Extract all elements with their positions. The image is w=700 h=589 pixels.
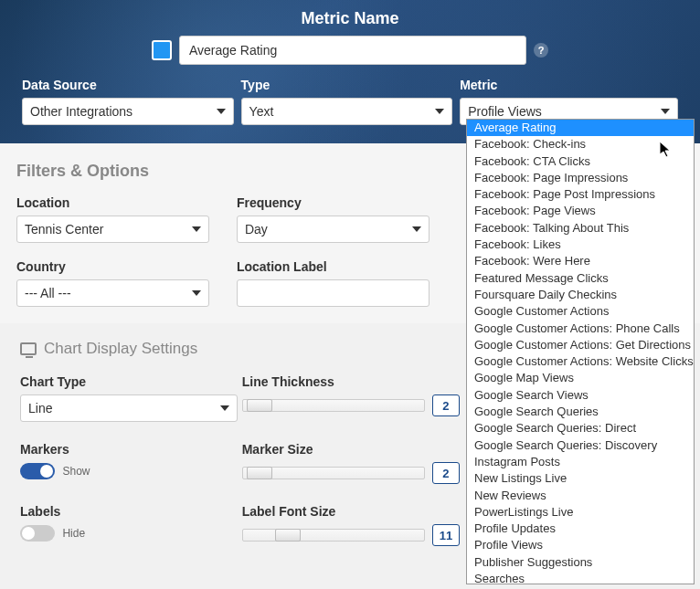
- chart-type-label: Chart Type: [20, 374, 238, 389]
- metric-option[interactable]: Instagram Posts: [467, 454, 694, 470]
- metric-option[interactable]: Google Search Queries: [467, 404, 694, 420]
- data-source-dropdown[interactable]: Other Integrations: [22, 98, 234, 125]
- frequency-label: Frequency: [237, 195, 430, 210]
- frequency-value: Day: [245, 222, 268, 237]
- marker-size-slider[interactable]: [242, 467, 425, 479]
- metric-option[interactable]: New Listings Live: [467, 470, 694, 487]
- label-font-size-slider[interactable]: [242, 529, 425, 542]
- metric-label: Metric: [460, 78, 678, 92]
- metric-option[interactable]: Foursquare Daily Checkins: [467, 287, 694, 303]
- metric-option[interactable]: Profile Updates: [467, 521, 694, 537]
- data-source-label: Data Source: [22, 78, 234, 92]
- metric-option[interactable]: Facebook: Page Impressions: [467, 170, 694, 186]
- country-label: Country: [16, 259, 209, 274]
- metric-option[interactable]: Average Rating: [467, 120, 694, 136]
- metric-option[interactable]: Facebook: Were Here: [467, 253, 694, 269]
- metric-value: Profile Views: [468, 104, 542, 119]
- labels-toggle-text: Hide: [62, 527, 85, 540]
- metric-dropdown-list[interactable]: Average RatingFacebook: Check-insFaceboo…: [466, 119, 695, 584]
- metric-option[interactable]: Google Customer Actions: [467, 303, 694, 320]
- metric-option[interactable]: Facebook: Likes: [467, 237, 694, 253]
- metric-option[interactable]: Facebook: Page Post Impressions: [467, 186, 694, 203]
- label-font-size-label: Label Font Size: [242, 504, 460, 519]
- chart-type-dropdown[interactable]: Line: [20, 394, 238, 422]
- metric-option[interactable]: Featured Message Clicks: [467, 270, 694, 287]
- chevron-down-icon: [192, 226, 201, 232]
- type-label: Type: [241, 78, 453, 92]
- metric-option[interactable]: Facebook: Page Views: [467, 203, 694, 219]
- slider-thumb[interactable]: [247, 467, 272, 479]
- labels-label: Labels: [20, 504, 238, 519]
- metric-option[interactable]: Google Search Queries: Direct: [467, 420, 694, 436]
- help-icon[interactable]: ?: [534, 43, 548, 58]
- country-dropdown[interactable]: --- All ---: [16, 279, 209, 307]
- color-swatch[interactable]: [152, 40, 172, 60]
- metric-option[interactable]: Publisher Suggestions: [467, 554, 694, 571]
- country-value: --- All ---: [25, 286, 71, 300]
- marker-size-value[interactable]: 2: [432, 462, 460, 484]
- line-thickness-value[interactable]: 2: [432, 394, 460, 416]
- slider-thumb[interactable]: [275, 529, 301, 542]
- slider-thumb[interactable]: [247, 399, 272, 412]
- data-source-value: Other Integrations: [30, 104, 133, 119]
- chevron-down-icon: [217, 109, 226, 114]
- metric-option[interactable]: Google Map Views: [467, 370, 694, 386]
- metric-option[interactable]: Searches: [467, 571, 694, 587]
- chevron-down-icon: [435, 109, 444, 114]
- metric-option[interactable]: Facebook: Talking About This: [467, 220, 694, 237]
- chart-type-value: Line: [28, 401, 52, 415]
- label-font-size-value[interactable]: 11: [432, 524, 460, 546]
- metric-name-input[interactable]: [179, 36, 526, 65]
- metric-option[interactable]: PowerListings Live: [467, 504, 694, 521]
- metric-option[interactable]: Facebook: Check-ins: [467, 136, 694, 153]
- location-label-input[interactable]: [237, 279, 430, 307]
- markers-toggle-text: Show: [62, 465, 90, 478]
- frequency-dropdown[interactable]: Day: [237, 216, 430, 243]
- location-dropdown[interactable]: Tennis Center: [16, 216, 209, 243]
- chevron-down-icon: [192, 290, 201, 296]
- type-value: Yext: [249, 104, 274, 119]
- metric-option[interactable]: Google Search Views: [467, 387, 694, 404]
- metric-option[interactable]: New Reviews: [467, 488, 694, 504]
- chevron-down-icon: [661, 109, 670, 114]
- page-title: Metric Name: [18, 9, 682, 28]
- metric-option[interactable]: Facebook: CTA Clicks: [467, 153, 694, 170]
- location-label-label: Location Label: [237, 259, 430, 274]
- labels-toggle[interactable]: [20, 525, 55, 542]
- metric-option[interactable]: Profile Views: [467, 537, 694, 553]
- line-thickness-label: Line Thickness: [242, 374, 460, 389]
- monitor-icon: [20, 342, 37, 355]
- metric-option[interactable]: Google Customer Actions: Phone Calls: [467, 321, 694, 337]
- metric-option[interactable]: Google Search Queries: Discovery: [467, 437, 694, 454]
- metric-option[interactable]: Google Customer Actions: Get Directions: [467, 337, 694, 353]
- markers-label: Markers: [20, 442, 238, 457]
- markers-toggle[interactable]: [20, 463, 55, 479]
- marker-size-label: Marker Size: [242, 442, 460, 457]
- chevron-down-icon: [412, 226, 421, 232]
- location-value: Tennis Center: [25, 222, 103, 237]
- metric-option[interactable]: Google Customer Actions: Website Clicks: [467, 353, 694, 370]
- chart-section-title: Chart Display Settings: [44, 340, 197, 358]
- chevron-down-icon: [220, 405, 229, 411]
- location-label: Location: [16, 195, 209, 210]
- line-thickness-slider[interactable]: [242, 399, 425, 412]
- type-dropdown[interactable]: Yext: [241, 98, 453, 125]
